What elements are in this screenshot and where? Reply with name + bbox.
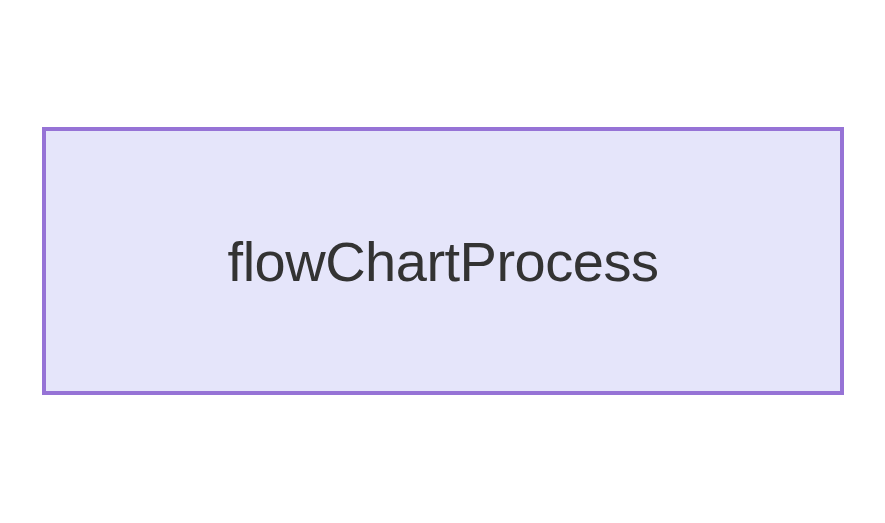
process-label: flowChartProcess [228,229,659,294]
flowchart-process-shape: flowChartProcess [42,127,844,395]
